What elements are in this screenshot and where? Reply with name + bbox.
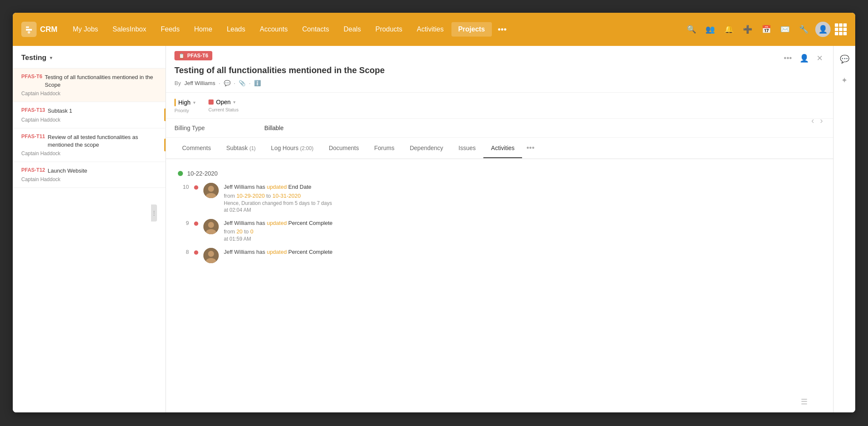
task-name-pfas-t6: Testing of all functionalities mentioned…: [45, 74, 157, 89]
tab-dependency[interactable]: Dependency: [402, 139, 451, 158]
nav-item-feeds[interactable]: Feeds: [154, 22, 186, 37]
billing-type-label: Billing Type: [174, 125, 205, 131]
nav-item-my-jobs[interactable]: My Jobs: [66, 22, 105, 37]
sidebar-task-pfas-t11[interactable]: PFAS-T11 Review of all tested functional…: [13, 128, 166, 162]
notifications-icon[interactable]: 🔔: [722, 22, 736, 37]
tab-issues[interactable]: Issues: [451, 139, 483, 158]
calendar-icon[interactable]: 📅: [759, 22, 774, 37]
add-icon[interactable]: ➕: [740, 22, 755, 37]
current-status-field: Open ▾ Current Status: [208, 99, 239, 112]
activity-item-8: 8 Jeff Williams has updated Percent Comp…: [174, 248, 825, 263]
nav-item-contacts[interactable]: Contacts: [295, 22, 336, 37]
status-chevron[interactable]: ▾: [233, 99, 236, 105]
activity-number-8: 8: [179, 248, 189, 255]
main-content: Testing ▾ PFAS-T6 Testing of all functio…: [13, 46, 855, 412]
activity-time-9: at 01:59 AM: [224, 236, 825, 242]
app-frame: CRM My Jobs SalesInbox Feeds Home Leads …: [13, 13, 855, 412]
info-icon[interactable]: ℹ️: [254, 80, 261, 86]
sidebar-expand-handle[interactable]: ⋮: [151, 204, 157, 222]
comment-icon[interactable]: 💬: [224, 80, 231, 86]
email-icon[interactable]: ✉️: [778, 22, 792, 37]
nav-more-button[interactable]: •••: [493, 21, 512, 38]
next-arrow-button[interactable]: ›: [818, 114, 825, 127]
app-grid-icon[interactable]: [835, 23, 847, 35]
tab-comments[interactable]: Comments: [174, 139, 219, 158]
priority-value[interactable]: High ▾: [174, 99, 196, 106]
sidebar-task-pfas-t6[interactable]: PFAS-T6 Testing of all functionalities m…: [13, 68, 166, 102]
tab-subtask[interactable]: Subtask (1): [219, 139, 263, 158]
activity-dot-10: [194, 185, 198, 190]
activity-text-8: Jeff Williams has updated Percent Comple…: [224, 248, 825, 256]
priority-bar-indicator: [174, 99, 176, 106]
tab-forums[interactable]: Forums: [367, 139, 402, 158]
expand-icon: ⋮: [151, 210, 157, 216]
sidebar-task-pfas-t13[interactable]: PFAS-T13 Subtask 1 Captain Haddock: [13, 102, 166, 128]
priority-label: Priority: [174, 108, 196, 113]
activity-date-header: 10-22-2020: [174, 170, 825, 177]
search-icon[interactable]: 🔍: [684, 22, 699, 37]
tag-icon: 📋: [179, 53, 185, 59]
panel-more-button[interactable]: •••: [782, 52, 794, 65]
activity-date: 10-22-2020: [187, 170, 218, 177]
activity-body-8: Jeff Williams has updated Percent Comple…: [224, 248, 825, 258]
detail-panel: ••• 👤 ✕ 📋 PFAS-T6 Testing of all functio…: [166, 46, 833, 412]
sparkle-edge-icon[interactable]: ✦: [839, 73, 850, 88]
meta-dot2: ·: [234, 80, 236, 86]
activity-time-10: at 02:04 AM: [224, 207, 825, 213]
activity-dot-8: [194, 250, 198, 255]
attachment-icon[interactable]: 📎: [239, 80, 246, 86]
priority-chevron[interactable]: ▾: [193, 100, 196, 105]
sidebar-task-pfas-t12[interactable]: PFAS-T12 Launch Website Captain Haddock: [13, 162, 166, 188]
activity-from-to-9: from 20 to 0: [224, 228, 825, 235]
billing-type-value: Billable: [264, 125, 283, 131]
sidebar-title: Testing: [21, 54, 46, 62]
tools-icon[interactable]: 🔧: [797, 22, 811, 37]
priority-text: High: [178, 99, 191, 106]
activity-avatar-8: [203, 248, 219, 263]
contacts-icon[interactable]: 👥: [703, 22, 717, 37]
activities-content: 10-22-2020 10 Jeff W: [166, 159, 833, 412]
billing-row: Billing Type Billable: [166, 119, 833, 138]
by-label: By: [174, 80, 181, 86]
current-status-value[interactable]: Open ▾: [208, 99, 239, 105]
nav-item-leads[interactable]: Leads: [220, 22, 252, 37]
app-logo[interactable]: CRM: [21, 22, 57, 37]
task-project-pfas-t6: Captain Haddock: [21, 91, 157, 97]
author-name: Jeff Williams: [184, 80, 215, 86]
activity-dot-9: [194, 222, 198, 226]
activity-duration-10: Hence, Duration changed from 5 days to 7…: [224, 200, 825, 206]
activity-item-9: 9 Jeff Williams has updated Percent Comp…: [174, 219, 825, 242]
tab-log-hours[interactable]: Log Hours (2:00): [263, 139, 321, 158]
task-id-pfas-t13: PFAS-T13: [21, 107, 45, 113]
list-view-icon[interactable]: ☰: [801, 397, 808, 406]
user-avatar[interactable]: 👤: [815, 22, 831, 37]
panel-tag-id: PFAS-T6: [187, 53, 208, 59]
activity-from-to-10: from 10-29-2020 to 10-31-2020: [224, 193, 825, 199]
status-row: High ▾ Priority Open ▾ Current Status: [166, 93, 833, 119]
nav-items: My Jobs SalesInbox Feeds Home Leads Acco…: [66, 21, 684, 38]
activity-item-10: 10 Jeff Williams has updated End Date: [174, 183, 825, 213]
task-project-pfas-t11: Captain Haddock: [21, 151, 157, 156]
tab-activities[interactable]: Activities: [483, 139, 522, 158]
nav-item-activities[interactable]: Activities: [410, 22, 451, 37]
tabs-row: Comments Subtask (1) Log Hours (2:00) Do…: [166, 138, 833, 159]
nav-item-products[interactable]: Products: [368, 22, 409, 37]
tabs-more-button[interactable]: •••: [522, 138, 539, 159]
prev-arrow-button[interactable]: ‹: [810, 114, 816, 127]
svg-point-2: [208, 186, 214, 192]
right-edge-panel: 💬 ✦: [833, 46, 855, 412]
nav-item-deals[interactable]: Deals: [337, 22, 368, 37]
nav-item-salesinbox[interactable]: SalesInbox: [106, 22, 153, 37]
nav-item-projects[interactable]: Projects: [451, 22, 492, 37]
nav-item-home[interactable]: Home: [187, 22, 219, 37]
panel-close-button[interactable]: ✕: [815, 52, 825, 65]
nav-item-accounts[interactable]: Accounts: [253, 22, 295, 37]
tab-documents[interactable]: Documents: [321, 139, 367, 158]
chat-edge-icon[interactable]: 💬: [837, 52, 852, 66]
sidebar: Testing ▾ PFAS-T6 Testing of all functio…: [13, 46, 166, 412]
panel-user-button[interactable]: 👤: [798, 52, 811, 65]
sidebar-dropdown-icon[interactable]: ▾: [50, 55, 52, 61]
logo-icon: [21, 22, 37, 37]
task-name-pfas-t11: Review of all tested functionalities as …: [48, 133, 157, 149]
activity-text-9: Jeff Williams has updated Percent Comple…: [224, 219, 825, 227]
